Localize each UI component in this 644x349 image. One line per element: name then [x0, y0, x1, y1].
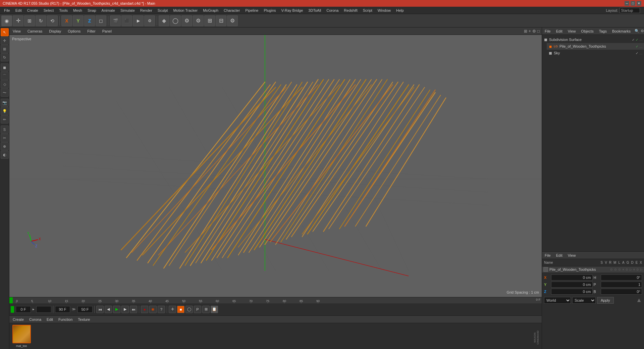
tool-sculpt[interactable]: S [1, 126, 9, 134]
timeline-frame-input2[interactable] [36, 306, 51, 313]
tool-nurbs[interactable]: ◇ [1, 80, 9, 88]
toolbar-display5[interactable]: ⊟ [216, 15, 226, 26]
toolbar-select-box[interactable]: ◻ [96, 15, 106, 26]
menu-help[interactable]: Help [393, 8, 407, 13]
btn-play[interactable]: ▶ [113, 306, 120, 313]
tool-rotate[interactable]: ↻ [1, 53, 9, 61]
minimize-button[interactable]: ─ [625, 1, 629, 6]
toolbar-display3[interactable]: ⚙ [193, 15, 204, 26]
btn-tl-tool3[interactable]: ◯ [185, 306, 193, 313]
btn-record[interactable]: ● [141, 306, 148, 313]
viewport-menu-cameras[interactable]: Cameras [26, 29, 44, 33]
viewport-menu-display[interactable]: Display [48, 29, 62, 33]
bs-menu-texture[interactable]: Texture [76, 317, 91, 321]
toolbar-object-mode[interactable]: ◆ [159, 15, 169, 26]
menu-script[interactable]: Script [360, 8, 375, 13]
viewport-icon-frame[interactable]: ⊞ [524, 29, 527, 34]
close-button[interactable]: ✕ [637, 1, 641, 6]
toolbar-render-viewport[interactable]: ⬛ [121, 15, 132, 26]
btn-tl-tool4[interactable]: P [194, 306, 201, 313]
toolbar-transform[interactable]: ⟲ [47, 15, 58, 26]
apply-button[interactable]: Apply [597, 297, 614, 304]
input-z-pos[interactable] [551, 289, 593, 295]
toolbar-axis-y[interactable]: Y [73, 15, 84, 26]
btn-tl-tool2[interactable]: ■ [177, 306, 184, 313]
obj-settings-icon[interactable]: ⚙ [641, 29, 644, 33]
scale-mode-select[interactable]: Scale Size [572, 297, 596, 304]
toolbar-render-region[interactable]: 🎬 [110, 15, 121, 26]
menu-select[interactable]: Select [41, 8, 57, 13]
viewport-menu-filter[interactable]: Filter [86, 29, 97, 33]
tool-paint[interactable]: ✏ [1, 115, 9, 123]
timeline-end-frame-input[interactable] [55, 306, 70, 313]
viewport-menu-view[interactable]: View [11, 29, 22, 33]
btn-tl-tool5[interactable]: ⊞ [202, 306, 210, 313]
btn-help[interactable]: ? [158, 306, 165, 313]
menu-3dtoall[interactable]: 3DToAll [306, 8, 324, 13]
menu-tools[interactable]: Tools [56, 8, 70, 13]
obj-menu-file[interactable]: File [543, 29, 552, 33]
toolbar-mode1[interactable]: ◉ [1, 15, 12, 26]
menu-redshift[interactable]: Redshift [341, 8, 360, 13]
btn-tl-tool6[interactable]: 📋 [211, 306, 218, 313]
menu-file[interactable]: File [1, 8, 13, 13]
menu-window[interactable]: Window [375, 8, 393, 13]
tool-knife[interactable]: ✂ [1, 134, 9, 142]
toolbar-display2[interactable]: ⚙ [181, 15, 192, 26]
tool-magnet[interactable]: ⊕ [1, 142, 9, 150]
bs-menu-create[interactable]: Create [11, 317, 25, 321]
window-controls[interactable]: ─ □ ✕ [625, 1, 641, 6]
obj-menu-bookmarks[interactable]: Bookmarks [611, 29, 632, 33]
menu-mograph[interactable]: MoGraph [200, 8, 221, 13]
toolbar-axis-z[interactable]: Z [84, 15, 95, 26]
viewport-icon-settings[interactable]: ⚙ [532, 29, 536, 34]
menu-sculpt[interactable]: Sculpt [155, 8, 171, 13]
menu-vray[interactable]: V-Ray Bridge [279, 8, 306, 13]
input-x-pos[interactable] [551, 275, 593, 281]
layout-dropdown[interactable]: Startup [620, 8, 640, 13]
menu-corona[interactable]: Corona [324, 8, 341, 13]
material-row-toothpicks[interactable]: Pile_of_Wooden_Toothpicks ⊙ ⊙ ⊙ ≡ ⊙ ▷ ≡ … [542, 266, 644, 272]
btn-prev-frame[interactable]: ◀ [105, 306, 112, 313]
input-y-pos[interactable] [551, 282, 593, 288]
tool-polygon[interactable]: ◼ [1, 63, 9, 71]
input-h[interactable] [601, 275, 642, 281]
input-b[interactable] [601, 289, 642, 295]
obj-menu-view[interactable]: View [567, 29, 577, 33]
bs-menu-function[interactable]: Function [57, 317, 74, 321]
btn-tl-tool1[interactable]: ✛ [169, 306, 176, 313]
mat-menu-file[interactable]: File [543, 253, 552, 257]
tool-select[interactable]: ↖ [1, 28, 9, 36]
bs-menu-edit[interactable]: Edit [45, 317, 54, 321]
btn-go-start[interactable]: ⏮ [96, 306, 104, 313]
input-p[interactable] [601, 282, 642, 288]
btn-record-active[interactable]: ◉ [149, 306, 157, 313]
obj-menu-tags[interactable]: Tags [598, 29, 608, 33]
menu-simulate[interactable]: Simulate [118, 8, 138, 13]
menu-pipeline[interactable]: Pipeline [243, 8, 261, 13]
timeline-ruler[interactable]: 0 5 10 15 20 25 30 35 40 45 50 55 [9, 297, 542, 303]
toolbar-axis-x[interactable]: X [61, 15, 72, 26]
toolbar-display4[interactable]: ⊞ [204, 15, 215, 26]
maximize-button[interactable]: □ [631, 1, 635, 6]
coord-system-select[interactable]: World Object Camera [544, 297, 571, 304]
menu-motion-tracker[interactable]: Motion Tracker [170, 8, 200, 13]
tool-scale[interactable]: ⊞ [1, 45, 9, 53]
tool-move[interactable]: ✛ [1, 37, 9, 45]
viewport-icon-cam[interactable]: + [529, 29, 531, 34]
menu-render[interactable]: Render [138, 8, 155, 13]
transform-expand-icon[interactable]: ▲ [636, 297, 642, 304]
btn-next-frame[interactable]: ▶ [121, 306, 129, 313]
viewport[interactable]: X Y Z Perspective Grid Spacing : 1 cm [9, 35, 542, 297]
menu-animate[interactable]: Animate [99, 8, 118, 13]
tool-light[interactable]: 💡 [1, 107, 9, 115]
menu-mesh[interactable]: Mesh [70, 8, 85, 13]
toolbar-render[interactable]: ▶ [133, 15, 144, 26]
object-row-subdivision[interactable]: ◼ Subdivision Surface ✓ ✓ … [542, 36, 644, 43]
tool-brush[interactable]: ◐ [1, 151, 9, 159]
viewport-menu-panel[interactable]: Panel [101, 29, 113, 33]
menu-character[interactable]: Character [221, 8, 243, 13]
timeline-mid-frame-input[interactable] [77, 306, 93, 313]
mat-menu-view[interactable]: View [567, 253, 577, 257]
timeline-current-frame-input[interactable] [16, 306, 31, 313]
